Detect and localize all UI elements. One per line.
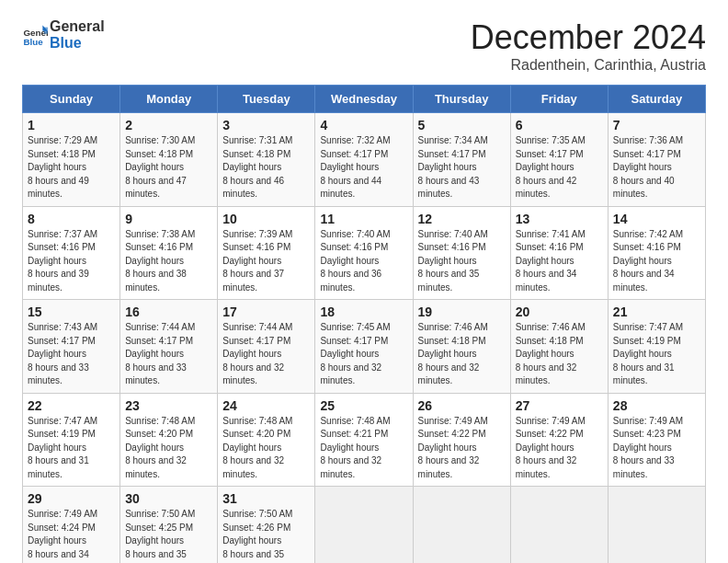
- day-info: Sunrise: 7:49 AM Sunset: 4:24 PM Dayligh…: [28, 509, 97, 563]
- day-info: Sunrise: 7:34 AM Sunset: 4:17 PM Dayligh…: [418, 135, 488, 199]
- logo-blue-text: Blue: [50, 35, 105, 52]
- day-number: 12: [418, 212, 506, 226]
- calendar-day-cell: 14 Sunrise: 7:42 AM Sunset: 4:16 PM Dayl…: [608, 206, 705, 300]
- day-number: 22: [28, 398, 115, 413]
- calendar-day-cell: [510, 487, 608, 564]
- calendar-day-cell: 17 Sunrise: 7:44 AM Sunset: 4:17 PM Dayl…: [218, 300, 315, 394]
- calendar-day-cell: 30 Sunrise: 7:50 AM Sunset: 4:25 PM Dayl…: [120, 487, 218, 564]
- calendar-day-cell: 1 Sunrise: 7:29 AM Sunset: 4:18 PM Dayli…: [23, 113, 120, 207]
- calendar-day-cell: 8 Sunrise: 7:37 AM Sunset: 4:16 PM Dayli…: [23, 206, 120, 300]
- day-number: 10: [222, 212, 310, 226]
- calendar-day-cell: 5 Sunrise: 7:34 AM Sunset: 4:17 PM Dayli…: [413, 113, 510, 207]
- day-of-week-header: Saturday: [608, 86, 705, 113]
- calendar-day-cell: [413, 487, 510, 564]
- calendar-week-row: 22 Sunrise: 7:47 AM Sunset: 4:19 PM Dayl…: [23, 393, 706, 487]
- day-number: 31: [222, 491, 310, 506]
- day-info: Sunrise: 7:42 AM Sunset: 4:16 PM Dayligh…: [613, 229, 683, 293]
- calendar-day-cell: 7 Sunrise: 7:36 AM Sunset: 4:17 PM Dayli…: [608, 113, 705, 207]
- calendar-day-cell: 6 Sunrise: 7:35 AM Sunset: 4:17 PM Dayli…: [510, 113, 608, 207]
- calendar-week-row: 8 Sunrise: 7:37 AM Sunset: 4:16 PM Dayli…: [23, 206, 706, 300]
- day-info: Sunrise: 7:46 AM Sunset: 4:18 PM Dayligh…: [418, 322, 488, 385]
- day-info: Sunrise: 7:40 AM Sunset: 4:16 PM Dayligh…: [418, 229, 488, 293]
- day-info: Sunrise: 7:32 AM Sunset: 4:17 PM Dayligh…: [320, 135, 390, 199]
- month-title: December 2024: [471, 18, 706, 57]
- calendar-day-cell: 13 Sunrise: 7:41 AM Sunset: 4:16 PM Dayl…: [510, 206, 608, 300]
- day-info: Sunrise: 7:36 AM Sunset: 4:17 PM Dayligh…: [613, 135, 683, 199]
- day-info: Sunrise: 7:38 AM Sunset: 4:16 PM Dayligh…: [125, 229, 195, 293]
- day-number: 8: [28, 212, 115, 226]
- calendar-day-cell: [608, 487, 705, 564]
- day-number: 21: [613, 304, 700, 319]
- day-number: 18: [320, 304, 407, 319]
- day-number: 13: [516, 212, 603, 226]
- day-number: 17: [222, 304, 310, 319]
- calendar-day-cell: 2 Sunrise: 7:30 AM Sunset: 4:18 PM Dayli…: [120, 113, 218, 207]
- day-of-week-header: Friday: [510, 86, 608, 113]
- day-number: 30: [125, 491, 212, 506]
- day-number: 27: [516, 398, 603, 413]
- calendar-day-cell: 12 Sunrise: 7:40 AM Sunset: 4:16 PM Dayl…: [413, 206, 510, 300]
- location-title: Radenthein, Carinthia, Austria: [471, 57, 706, 74]
- calendar-day-cell: 29 Sunrise: 7:49 AM Sunset: 4:24 PM Dayl…: [23, 487, 120, 564]
- day-number: 7: [613, 118, 700, 132]
- day-number: 4: [320, 118, 407, 132]
- day-info: Sunrise: 7:48 AM Sunset: 4:20 PM Dayligh…: [125, 416, 195, 479]
- calendar-day-cell: 20 Sunrise: 7:46 AM Sunset: 4:18 PM Dayl…: [510, 300, 608, 394]
- day-number: 11: [320, 212, 407, 226]
- day-info: Sunrise: 7:31 AM Sunset: 4:18 PM Dayligh…: [222, 135, 292, 199]
- calendar-day-cell: 31 Sunrise: 7:50 AM Sunset: 4:26 PM Dayl…: [218, 487, 315, 564]
- day-info: Sunrise: 7:44 AM Sunset: 4:17 PM Dayligh…: [222, 322, 292, 385]
- svg-marker-3: [44, 27, 48, 33]
- day-info: Sunrise: 7:46 AM Sunset: 4:18 PM Dayligh…: [516, 322, 586, 385]
- day-info: Sunrise: 7:47 AM Sunset: 4:19 PM Dayligh…: [613, 322, 683, 385]
- day-info: Sunrise: 7:39 AM Sunset: 4:16 PM Dayligh…: [222, 229, 292, 293]
- calendar-week-row: 29 Sunrise: 7:49 AM Sunset: 4:24 PM Dayl…: [23, 487, 706, 564]
- day-number: 29: [28, 491, 115, 506]
- day-info: Sunrise: 7:49 AM Sunset: 4:22 PM Dayligh…: [516, 416, 586, 479]
- calendar-week-row: 15 Sunrise: 7:43 AM Sunset: 4:17 PM Dayl…: [23, 300, 706, 394]
- day-info: Sunrise: 7:29 AM Sunset: 4:18 PM Dayligh…: [28, 135, 97, 199]
- day-info: Sunrise: 7:45 AM Sunset: 4:17 PM Dayligh…: [320, 322, 390, 385]
- calendar-day-cell: 9 Sunrise: 7:38 AM Sunset: 4:16 PM Dayli…: [120, 206, 218, 300]
- day-number: 3: [222, 118, 310, 132]
- day-info: Sunrise: 7:40 AM Sunset: 4:16 PM Dayligh…: [320, 229, 390, 293]
- day-number: 20: [516, 304, 603, 319]
- day-of-week-header: Wednesday: [315, 86, 413, 113]
- day-number: 19: [418, 304, 506, 319]
- calendar-day-cell: 27 Sunrise: 7:49 AM Sunset: 4:22 PM Dayl…: [510, 393, 608, 487]
- day-of-week-header: Thursday: [413, 86, 510, 113]
- logo: General Blue General Blue: [22, 18, 105, 51]
- day-number: 16: [125, 304, 212, 319]
- calendar-week-row: 1 Sunrise: 7:29 AM Sunset: 4:18 PM Dayli…: [23, 113, 706, 207]
- calendar-day-cell: 3 Sunrise: 7:31 AM Sunset: 4:18 PM Dayli…: [218, 113, 315, 207]
- calendar-day-cell: 25 Sunrise: 7:48 AM Sunset: 4:21 PM Dayl…: [315, 393, 413, 487]
- day-of-week-header: Tuesday: [218, 86, 315, 113]
- calendar-day-cell: 16 Sunrise: 7:44 AM Sunset: 4:17 PM Dayl…: [120, 300, 218, 394]
- logo-general-text: General: [50, 18, 105, 35]
- day-info: Sunrise: 7:37 AM Sunset: 4:16 PM Dayligh…: [28, 229, 97, 293]
- day-number: 24: [222, 398, 310, 413]
- day-info: Sunrise: 7:49 AM Sunset: 4:23 PM Dayligh…: [613, 416, 683, 479]
- day-number: 26: [418, 398, 506, 413]
- day-info: Sunrise: 7:48 AM Sunset: 4:21 PM Dayligh…: [320, 416, 390, 479]
- day-of-week-header: Monday: [120, 86, 218, 113]
- calendar-day-cell: 19 Sunrise: 7:46 AM Sunset: 4:18 PM Dayl…: [413, 300, 510, 394]
- calendar-day-cell: 15 Sunrise: 7:43 AM Sunset: 4:17 PM Dayl…: [23, 300, 120, 394]
- day-info: Sunrise: 7:44 AM Sunset: 4:17 PM Dayligh…: [125, 322, 195, 385]
- calendar-day-cell: 23 Sunrise: 7:48 AM Sunset: 4:20 PM Dayl…: [120, 393, 218, 487]
- calendar-day-cell: 4 Sunrise: 7:32 AM Sunset: 4:17 PM Dayli…: [315, 113, 413, 207]
- day-number: 5: [418, 118, 506, 132]
- calendar-day-cell: 28 Sunrise: 7:49 AM Sunset: 4:23 PM Dayl…: [608, 393, 705, 487]
- header: General Blue General Blue December 2024 …: [22, 18, 706, 74]
- calendar-day-cell: 18 Sunrise: 7:45 AM Sunset: 4:17 PM Dayl…: [315, 300, 413, 394]
- calendar-header: SundayMondayTuesdayWednesdayThursdayFrid…: [23, 86, 706, 113]
- calendar-day-cell: 11 Sunrise: 7:40 AM Sunset: 4:16 PM Dayl…: [315, 206, 413, 300]
- svg-text:Blue: Blue: [23, 37, 43, 47]
- day-number: 28: [613, 398, 700, 413]
- day-info: Sunrise: 7:48 AM Sunset: 4:20 PM Dayligh…: [222, 416, 292, 479]
- day-info: Sunrise: 7:35 AM Sunset: 4:17 PM Dayligh…: [516, 135, 586, 199]
- day-info: Sunrise: 7:50 AM Sunset: 4:26 PM Dayligh…: [222, 509, 292, 563]
- day-info: Sunrise: 7:41 AM Sunset: 4:16 PM Dayligh…: [516, 229, 586, 293]
- logo-icon: General Blue: [22, 22, 48, 48]
- day-info: Sunrise: 7:50 AM Sunset: 4:25 PM Dayligh…: [125, 509, 195, 563]
